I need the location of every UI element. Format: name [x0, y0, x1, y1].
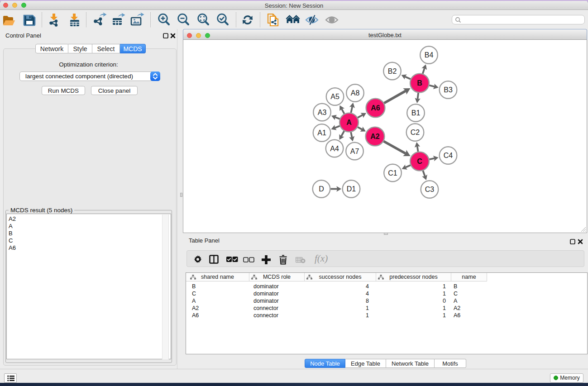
svg-text:A6: A6 [371, 104, 380, 112]
svg-text:A2: A2 [370, 133, 380, 140]
svg-text:B: B [417, 79, 422, 87]
svg-text:C: C [417, 157, 422, 165]
svg-text:A4: A4 [330, 145, 339, 152]
svg-text:B1: B1 [411, 109, 421, 117]
svg-text:A8: A8 [351, 89, 360, 97]
svg-text:B3: B3 [444, 86, 453, 94]
svg-text:D: D [319, 185, 324, 193]
svg-text:C3: C3 [425, 186, 435, 193]
svg-text:C2: C2 [411, 129, 420, 136]
svg-text:A7: A7 [350, 148, 359, 155]
svg-text:A5: A5 [330, 93, 339, 100]
svg-text:C4: C4 [444, 152, 453, 159]
svg-text:A: A [346, 119, 352, 126]
svg-text:B4: B4 [425, 51, 434, 59]
svg-text:C1: C1 [388, 169, 397, 177]
svg-text:D1: D1 [347, 185, 356, 193]
svg-text:B2: B2 [388, 67, 397, 75]
svg-text:A1: A1 [317, 129, 326, 137]
svg-text:A3: A3 [318, 109, 327, 116]
